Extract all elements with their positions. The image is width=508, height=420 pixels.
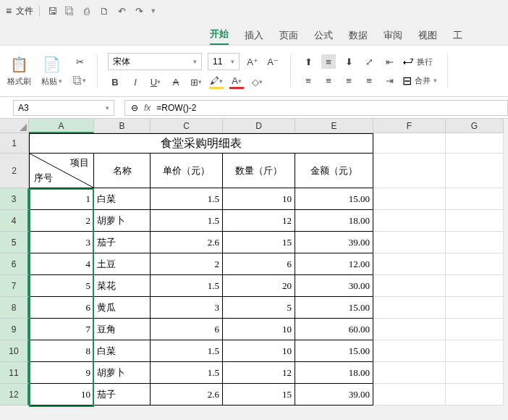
cell[interactable] <box>373 133 446 154</box>
header-price[interactable]: 单价（元） <box>151 154 223 188</box>
cell-name[interactable]: 白菜 <box>94 340 151 362</box>
chevron-down-icon[interactable]: ▾ <box>59 77 62 85</box>
col-header-C[interactable]: C <box>151 119 223 133</box>
header-amount[interactable]: 金额（元） <box>295 154 373 188</box>
cell-name[interactable]: 黄瓜 <box>94 297 151 319</box>
increase-font-icon[interactable]: A⁺ <box>245 54 260 69</box>
header-name[interactable]: 名称 <box>94 154 151 188</box>
chevron-down-icon[interactable]: ▼ <box>150 7 156 14</box>
cell[interactable] <box>446 188 504 210</box>
cell-qty[interactable]: 6 <box>223 253 295 275</box>
col-header-B[interactable]: B <box>94 119 151 133</box>
cell-qty[interactable]: 15 <box>223 384 295 406</box>
print-icon[interactable]: ⎙ <box>80 4 93 17</box>
name-box[interactable]: A3▾ <box>13 100 114 116</box>
copy-icon[interactable]: ⿻▾ <box>72 73 87 88</box>
save-icon[interactable]: 🖫 <box>46 4 59 17</box>
cell-name[interactable]: 白菜 <box>94 188 151 210</box>
row-header[interactable]: 10 <box>0 340 29 362</box>
strikethrough-icon[interactable]: A <box>169 75 183 89</box>
cell-qty[interactable]: 15 <box>223 232 295 253</box>
border-icon[interactable]: ⊞▾ <box>189 75 203 89</box>
underline-icon[interactable]: U▾ <box>148 75 163 89</box>
format-painter-group[interactable]: 📋 格式刷 <box>7 56 31 87</box>
cell-price[interactable]: 1.5 <box>151 362 223 384</box>
tab-view[interactable]: 视图 <box>418 26 437 45</box>
cell-qty[interactable]: 12 <box>223 210 295 232</box>
cell-amount[interactable]: 60.00 <box>295 319 373 340</box>
align-bottom-icon[interactable]: ⬇ <box>342 54 356 69</box>
cell-qty[interactable]: 5 <box>223 297 295 319</box>
cell[interactable] <box>373 340 446 362</box>
tab-tools[interactable]: 工 <box>453 26 462 45</box>
indent-decrease-icon[interactable]: ⇤ <box>382 54 397 69</box>
title-cell[interactable]: 食堂采购明细表 <box>29 133 373 154</box>
cell[interactable] <box>373 154 446 188</box>
cell-name[interactable]: 土豆 <box>94 253 151 275</box>
tab-insert[interactable]: 插入 <box>245 26 263 45</box>
col-header-A[interactable]: A <box>29 119 94 133</box>
wrap-button[interactable]: ⮐换行 <box>402 55 433 68</box>
tab-page[interactable]: 页面 <box>279 26 298 45</box>
align-center-icon[interactable]: ≡ <box>321 73 336 88</box>
cell-amount[interactable]: 39.00 <box>295 384 373 406</box>
tab-formula[interactable]: 公式 <box>314 26 333 45</box>
cell-qty[interactable]: 10 <box>223 188 295 210</box>
cell[interactable] <box>373 253 446 275</box>
menu-file[interactable]: 文件 <box>16 5 33 17</box>
cell-qty[interactable]: 20 <box>223 275 295 297</box>
col-header-G[interactable]: G <box>446 119 504 133</box>
row-header[interactable]: 12 <box>0 384 29 406</box>
font-color-icon[interactable]: A▾ <box>229 75 244 89</box>
cell-name[interactable]: 豆角 <box>94 319 151 340</box>
tab-data[interactable]: 数据 <box>349 26 368 45</box>
cell[interactable] <box>446 133 504 154</box>
cell[interactable] <box>446 297 504 319</box>
cell-seq[interactable]: 9 <box>29 362 94 384</box>
orientation-icon[interactable]: ⤢ <box>362 54 376 69</box>
cell-seq[interactable]: 7 <box>29 319 94 340</box>
cell-seq[interactable]: 6 <box>29 297 94 319</box>
cell-price[interactable]: 1.5 <box>151 210 223 232</box>
row-header[interactable]: 7 <box>0 275 29 297</box>
align-left-icon[interactable]: ≡ <box>301 73 316 88</box>
diagonal-header-cell[interactable]: 项目 序号 <box>29 154 94 188</box>
cell[interactable] <box>373 188 446 210</box>
row-header[interactable]: 4 <box>0 210 29 232</box>
col-header-E[interactable]: E <box>295 119 373 133</box>
cell[interactable] <box>373 319 446 340</box>
row-header[interactable]: 8 <box>0 297 29 319</box>
decrease-font-icon[interactable]: A⁻ <box>266 54 280 69</box>
cell-price[interactable]: 1.5 <box>151 340 223 362</box>
cell[interactable] <box>373 275 446 297</box>
header-qty[interactable]: 数量（斤） <box>223 154 295 188</box>
merge-button[interactable]: ⊟合并▾ <box>402 74 437 88</box>
cell[interactable] <box>446 210 504 232</box>
cell-seq[interactable]: 8 <box>29 340 94 362</box>
cell-name[interactable]: 胡萝卜 <box>94 362 151 384</box>
cell[interactable] <box>373 232 446 253</box>
cell-seq[interactable]: 4 <box>29 253 94 275</box>
cell-amount[interactable]: 12.00 <box>295 253 373 275</box>
select-all-corner[interactable] <box>0 119 29 133</box>
paste-group[interactable]: 📄 粘贴▾ <box>41 56 62 87</box>
formula-input[interactable]: ⊖ fx =ROW()-2 <box>124 100 508 116</box>
cell-amount[interactable]: 15.00 <box>295 188 373 210</box>
row-header[interactable]: 3 <box>0 188 29 210</box>
align-middle-icon[interactable]: ≡ <box>321 54 336 69</box>
redo-icon[interactable]: ↷ <box>132 4 145 17</box>
hamburger-icon[interactable]: ≡ <box>6 5 12 17</box>
cell[interactable] <box>373 384 446 406</box>
row-header[interactable]: 6 <box>0 253 29 275</box>
zoom-out-icon[interactable]: ⊖ <box>131 103 138 113</box>
font-size-select[interactable]: 11▾ <box>208 53 240 70</box>
align-top-icon[interactable]: ⬆ <box>301 54 316 69</box>
cut-icon[interactable]: ✂ <box>72 54 87 69</box>
cell[interactable] <box>446 275 504 297</box>
cell-price[interactable]: 3 <box>151 297 223 319</box>
cell-seq[interactable]: 2 <box>29 210 94 232</box>
cell-name[interactable]: 茄子 <box>94 232 151 253</box>
cell-price[interactable]: 1.5 <box>151 188 223 210</box>
tab-review[interactable]: 审阅 <box>384 26 402 45</box>
fill-color-icon[interactable]: 🖍▾ <box>209 75 224 89</box>
